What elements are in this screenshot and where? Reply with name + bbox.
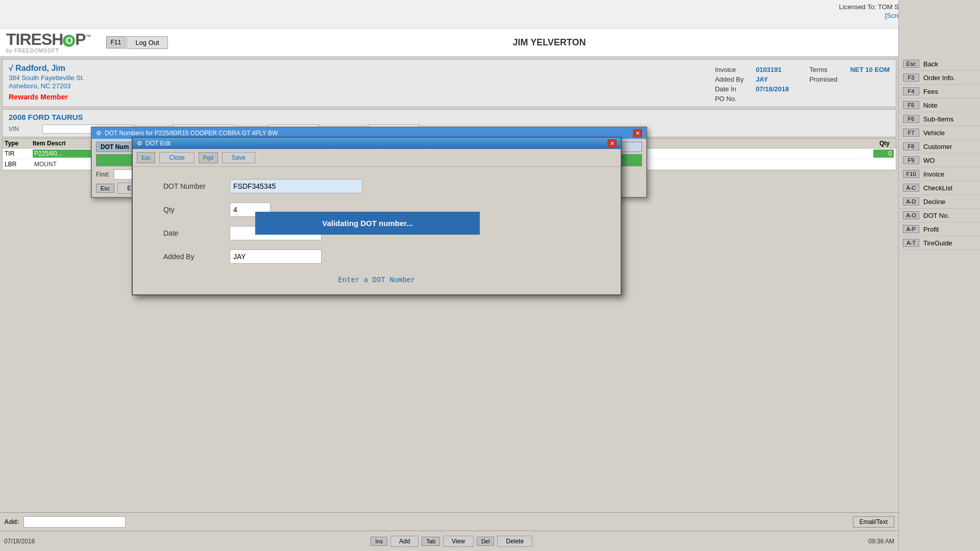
validating-message: Validating DOT number... [322, 219, 413, 228]
sidebar-item-order-info[interactable]: F3 Order Info. [899, 71, 980, 85]
sidebar-item-sub-items[interactable]: F6 Sub-Items [899, 112, 980, 126]
sidebar-key-f8: F8 [903, 142, 919, 151]
promised-label: Promised [810, 76, 845, 83]
dot-numbers-title-text: DOT Numbers for P225/60R15 COOPER COBRA … [105, 130, 633, 137]
added-by-input[interactable] [230, 249, 322, 264]
sidebar-label-checklist: CheckList [923, 184, 952, 192]
sidebar-label-vehicle: Vehicle [923, 129, 945, 137]
col-type-header: Type [5, 140, 33, 147]
sidebar-label-back: Back [923, 60, 938, 68]
added-by-value: JAY [756, 76, 768, 83]
logo-p: P [75, 30, 85, 48]
right-sidebar: Esc Back F3 Order Info. F4 Fees F5 Note … [898, 0, 980, 551]
sidebar-label-order-info: Order Info. [923, 74, 955, 82]
sidebar-item-checklist[interactable]: A-C CheckList [899, 181, 980, 195]
sidebar-key-esc: Esc [903, 60, 919, 68]
logo: TIRESHOP™ by FREEDOMSOFT [6, 31, 91, 54]
sidebar-key-at: A-T [903, 239, 919, 247]
dot-number-label: DOT Number [163, 182, 230, 190]
sidebar-key-f6: F6 [903, 115, 919, 123]
sidebar-item-wo[interactable]: F9 WO [899, 154, 980, 167]
sidebar-item-vehicle[interactable]: F7 Vehicle [899, 126, 980, 140]
dot-edit-close-button[interactable]: ✕ [607, 139, 617, 147]
find-label: Find: [96, 171, 110, 178]
sidebar-key-ad: A-D [903, 197, 919, 206]
date-stamp: 07/18/2018 [4, 538, 35, 545]
dot-edit-save-btn[interactable]: Save [222, 152, 255, 163]
sidebar-key-f3: F3 [903, 73, 919, 82]
sidebar-key-f7: F7 [903, 129, 919, 137]
delete-button-bottom[interactable]: Delete [497, 536, 532, 547]
sidebar-item-customer[interactable]: F8 Customer [899, 140, 980, 154]
added-by-label-edit: Added By [163, 253, 230, 261]
cell-type-tir: TIR [5, 150, 33, 157]
add-label: Add: [4, 518, 19, 525]
dot-edit-title-text: DOT Edit [145, 140, 170, 147]
sidebar-item-dot-no[interactable]: A-O DOT No. [899, 209, 980, 222]
f11-key[interactable]: F11 [106, 36, 126, 48]
logo-tire: TIRE [6, 30, 41, 48]
dot-edit-toolbar: Esc Close Pgd Save [133, 149, 621, 167]
invoice-label: Invoice [715, 66, 751, 73]
sidebar-label-profit: Profit [923, 226, 939, 233]
sidebar-item-tireguide[interactable]: A-T TireGuide [899, 236, 980, 250]
sidebar-label-wo: WO [923, 157, 935, 164]
dot-edit-title-icon: ⚙ [137, 140, 142, 147]
logo-o-circle: O [63, 35, 75, 47]
added-by-label: Added By [715, 76, 751, 83]
dot-edit-esc-key[interactable]: Esc [137, 152, 155, 163]
col-qty-header: Qty [868, 140, 894, 147]
sidebar-item-profit[interactable]: A-P Profit [899, 222, 980, 236]
del-key-bottom[interactable]: Del [477, 537, 495, 546]
cell-type-lbr: LBR [5, 161, 33, 168]
add-bar: Add: Email/Text [0, 512, 898, 531]
sidebar-key-ac: A-C [903, 184, 919, 192]
dot-enter-hint: Enter a DOT Number [163, 276, 590, 284]
terms-value: NET 10 EOM [850, 66, 890, 73]
dot-edit-close-btn[interactable]: Close [159, 152, 194, 163]
dot-numbers-close-icon[interactable]: ✕ [633, 129, 642, 137]
qty-label: Qty [163, 206, 230, 214]
logo-sub: by FREEDOMSOFT [6, 48, 91, 54]
user-name: JIM YELVERTON [513, 37, 586, 47]
sidebar-key-ap: A-P [903, 225, 919, 233]
sidebar-item-back[interactable]: Esc Back [899, 57, 980, 71]
dot-numbers-title-icon: ⚙ [96, 130, 102, 137]
logo-sh: SH [41, 30, 63, 48]
customer-name: √ Radford, Jim [9, 64, 695, 73]
sidebar-item-note[interactable]: F5 Note [899, 98, 980, 112]
sidebar-label-invoice: Invoice [923, 170, 944, 178]
sidebar-key-f9: F9 [903, 156, 919, 164]
sidebar-key-f4: F4 [903, 87, 919, 95]
sidebar-item-invoice[interactable]: F10 Invoice [899, 167, 980, 181]
terms-label: Terms [810, 66, 845, 73]
invoice-value: 0103191 [756, 66, 782, 73]
email-text-button[interactable]: Email/Text [853, 516, 894, 528]
sidebar-label-tireguide: TireGuide [923, 239, 952, 247]
add-input[interactable] [23, 516, 126, 528]
customer-section: √ Radford, Jim 384 South Fayetteville St… [2, 59, 896, 107]
sidebar-key-f5: F5 [903, 101, 919, 109]
sidebar-label-note: Note [923, 102, 937, 109]
dot-esc-key[interactable]: Esc [96, 184, 114, 193]
sidebar-item-decline[interactable]: A-D Decline [899, 195, 980, 209]
add-button-bottom[interactable]: Add [390, 536, 419, 547]
ins-key-bottom[interactable]: Ins [371, 537, 387, 546]
time-stamp: 09:36 AM [868, 538, 894, 545]
cell-qty-tir: 0 [873, 149, 894, 158]
sidebar-label-sub-items: Sub-Items [923, 115, 953, 123]
sidebar-key-f10: F10 [903, 170, 919, 178]
logo-tm: ™ [86, 34, 91, 40]
dot-edit-pgd-key[interactable]: Pgd [199, 152, 218, 163]
tab-key-bottom[interactable]: Tab [422, 537, 440, 546]
validating-overlay: Validating DOT number... [255, 212, 480, 235]
bottom-bar: 07/18/2018 Ins Add Tab View Del Delete 0… [0, 531, 898, 551]
vehicle-title: 2008 FORD TAURUS [9, 113, 890, 121]
dot-number-input[interactable] [230, 179, 362, 193]
sidebar-item-fees[interactable]: F4 Fees [899, 85, 980, 98]
po-label: PO No. [715, 95, 751, 103]
sidebar-label-customer: Customer [923, 143, 952, 151]
customer-address1: 384 South Fayetteville St. [9, 74, 695, 82]
view-button-bottom[interactable]: View [443, 536, 474, 547]
logout-button[interactable]: Log Out [127, 36, 167, 49]
